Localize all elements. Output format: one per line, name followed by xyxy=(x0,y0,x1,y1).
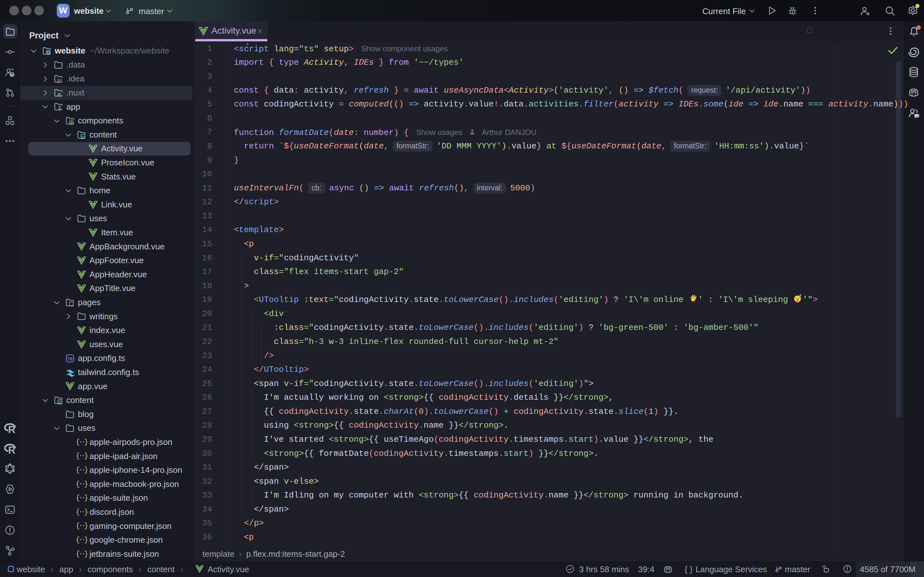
svg-text:J: J xyxy=(59,78,61,82)
svg-text:R: R xyxy=(8,424,15,435)
svg-text:?: ? xyxy=(11,72,13,77)
svg-text:TS: TS xyxy=(67,357,72,361)
svg-text:R: R xyxy=(8,444,15,456)
svg-text:I: I xyxy=(57,78,59,82)
